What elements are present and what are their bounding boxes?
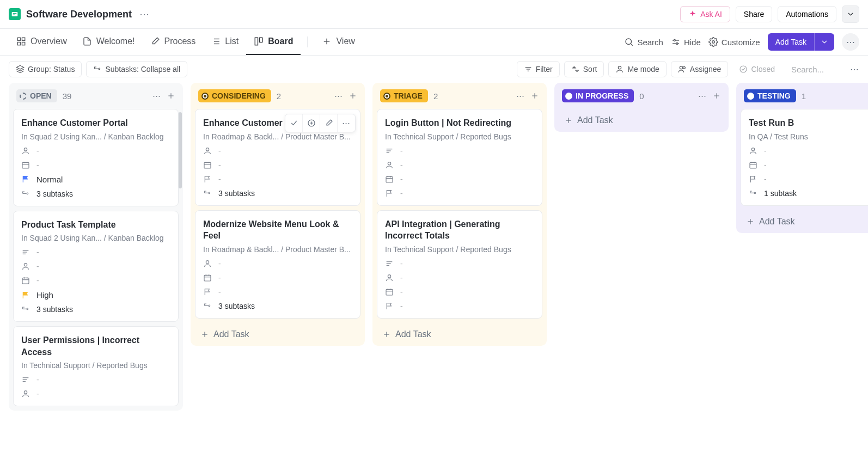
tab-overview[interactable]: Overview <box>9 29 75 55</box>
status-chip-open[interactable]: OPEN <box>16 89 57 102</box>
chevron-down-button[interactable] <box>842 5 859 23</box>
sort-pill[interactable]: Sort <box>564 61 604 77</box>
task-card[interactable]: Test Run B In QA / Test Runs --- 1 subta… <box>741 109 868 206</box>
card-meta-flag[interactable]: - <box>385 189 534 198</box>
card-meta-assignee[interactable]: - <box>203 259 352 268</box>
search-tool[interactable]: Search <box>624 37 663 47</box>
add-task-dropdown[interactable] <box>814 33 834 51</box>
tab-process[interactable]: Process <box>143 29 204 55</box>
svg-rect-99 <box>750 162 756 168</box>
tab-welcome[interactable]: Welcome! <box>75 29 143 55</box>
card-meta-assignee[interactable]: - <box>749 146 868 155</box>
card-meta-date[interactable]: - <box>21 161 170 169</box>
column-add-task[interactable]: Add Task <box>554 109 729 132</box>
card-meta-date[interactable]: - <box>21 276 170 285</box>
card-meta-assignee[interactable]: - <box>21 389 170 398</box>
subtasks-pill[interactable]: Subtasks: Collapse all <box>86 61 187 77</box>
share-button[interactable]: Share <box>736 6 772 22</box>
card-breadcrumb[interactable]: In Technical Support / Reported Bugs <box>21 361 170 370</box>
hide-tool[interactable]: Hide <box>671 37 701 47</box>
card-meta-assignee[interactable]: - <box>385 161 534 169</box>
scrollbar[interactable] <box>179 112 182 188</box>
card-breadcrumb[interactable]: In Roadmap & Backl... / Product Master B… <box>203 132 352 141</box>
card-subtasks[interactable]: 3 subtasks <box>21 305 170 314</box>
card-edit-action[interactable] <box>320 114 338 132</box>
card-priority[interactable]: Normal <box>21 175 170 184</box>
column-add-icon[interactable] <box>349 91 357 100</box>
card-more-action[interactable]: ⋯ <box>338 114 355 132</box>
customize-tool[interactable]: Customize <box>708 37 760 47</box>
card-complete-action[interactable] <box>285 114 303 132</box>
filter-search-input[interactable] <box>786 62 846 77</box>
column-more-icon[interactable]: ⋯ <box>698 91 707 101</box>
card-meta-assignee[interactable]: - <box>203 146 352 155</box>
task-card[interactable]: Enhance Customer Portal In Squad 2 Using… <box>13 109 179 206</box>
column-add-icon[interactable] <box>712 91 721 100</box>
closed-pill[interactable]: Closed <box>732 62 781 77</box>
card-meta-date[interactable]: - <box>385 175 534 184</box>
status-chip-inprogress[interactable]: IN PROGRESS <box>562 89 634 102</box>
assignee-pill[interactable]: Assignee <box>671 61 729 77</box>
filter-more-icon[interactable]: ⋯ <box>850 64 859 75</box>
closed-label: Closed <box>751 65 775 74</box>
column-add-task[interactable]: Add Task <box>191 323 365 346</box>
card-subtasks[interactable]: 1 subtask <box>749 189 868 198</box>
card-breadcrumb[interactable]: In Squad 2 Using Kan... / Kanban Backlog <box>21 132 170 141</box>
card-subtasks[interactable]: 3 subtasks <box>203 189 352 198</box>
column-more-icon[interactable]: ⋯ <box>516 91 525 101</box>
card-priority[interactable]: High <box>21 290 170 300</box>
column-add-task[interactable]: Add Task <box>372 323 547 346</box>
card-breadcrumb[interactable]: In Technical Support / Reported Bugs <box>385 245 534 254</box>
task-card[interactable]: ⋯ Enhance Customer Po In Roadmap & Backl… <box>195 109 360 206</box>
filter-pill[interactable]: Filter <box>517 61 560 77</box>
task-card[interactable]: Login Button | Not Redirecting In Techni… <box>377 109 542 206</box>
card-meta-flag[interactable]: - <box>203 288 352 296</box>
more-menu-button[interactable]: ⋯ <box>842 33 859 51</box>
task-card[interactable]: Product Task Template In Squad 2 Using K… <box>13 211 179 322</box>
card-meta-desc[interactable]: - <box>21 375 170 384</box>
task-card[interactable]: User Permissions | Incorrect Access In T… <box>13 326 179 406</box>
page-title[interactable]: Software Development <box>26 9 132 20</box>
task-card[interactable]: Modernize Website Menu Look & Feel In Ro… <box>195 210 360 319</box>
tab-board[interactable]: Board <box>246 29 301 55</box>
title-more-icon[interactable]: ⋯ <box>137 6 152 22</box>
tab-add-view[interactable]: View <box>314 29 362 55</box>
add-task-button[interactable]: Add Task <box>768 33 834 51</box>
card-meta-date[interactable]: - <box>385 288 534 296</box>
card-meta-date[interactable]: - <box>749 161 868 169</box>
search-tool-label: Search <box>637 38 663 47</box>
card-meta-desc[interactable]: - <box>385 259 534 268</box>
automations-button[interactable]: Automations <box>778 6 836 22</box>
tab-list[interactable]: List <box>203 29 246 55</box>
card-breadcrumb[interactable]: In Roadmap & Backl... / Product Master B… <box>203 245 352 254</box>
column-add-icon[interactable] <box>530 91 539 100</box>
ask-ai-button[interactable]: Ask AI <box>680 6 730 22</box>
card-meta-flag[interactable]: - <box>385 302 534 310</box>
card-meta-assignee[interactable]: - <box>385 273 534 282</box>
card-meta-date[interactable]: - <box>203 161 352 169</box>
card-meta-desc[interactable]: - <box>385 146 534 155</box>
card-breadcrumb[interactable]: In Technical Support / Reported Bugs <box>385 132 534 141</box>
me-mode-pill[interactable]: Me mode <box>608 61 666 77</box>
task-card[interactable]: API Integration | Generating Incorrect T… <box>377 210 542 319</box>
column-more-icon[interactable]: ⋯ <box>152 91 161 101</box>
card-subtasks[interactable]: 3 subtasks <box>21 190 170 198</box>
card-meta-flag[interactable]: - <box>749 175 868 184</box>
workspace-logo[interactable] <box>9 8 21 20</box>
status-chip-testing[interactable]: TESTING <box>744 89 796 102</box>
card-meta-flag[interactable]: - <box>203 175 352 184</box>
card-meta-date[interactable]: - <box>203 273 352 282</box>
column-add-icon[interactable] <box>167 91 175 100</box>
card-meta-desc[interactable]: - <box>21 248 170 256</box>
card-meta-assignee[interactable]: - <box>21 146 170 155</box>
card-breadcrumb[interactable]: In Squad 2 Using Kan... / Kanban Backlog <box>21 234 170 242</box>
column-add-task[interactable]: Add Task <box>736 210 868 233</box>
column-more-icon[interactable]: ⋯ <box>334 91 343 101</box>
status-chip-considering[interactable]: CONSIDERING <box>198 89 271 102</box>
card-subtasks[interactable]: 3 subtasks <box>203 302 352 310</box>
group-pill[interactable]: Group: Status <box>9 61 82 77</box>
status-chip-triage[interactable]: TRIAGE <box>380 89 428 102</box>
card-meta-assignee[interactable]: - <box>21 262 170 271</box>
card-add-action[interactable] <box>303 114 320 132</box>
card-breadcrumb[interactable]: In QA / Test Runs <box>749 132 868 141</box>
